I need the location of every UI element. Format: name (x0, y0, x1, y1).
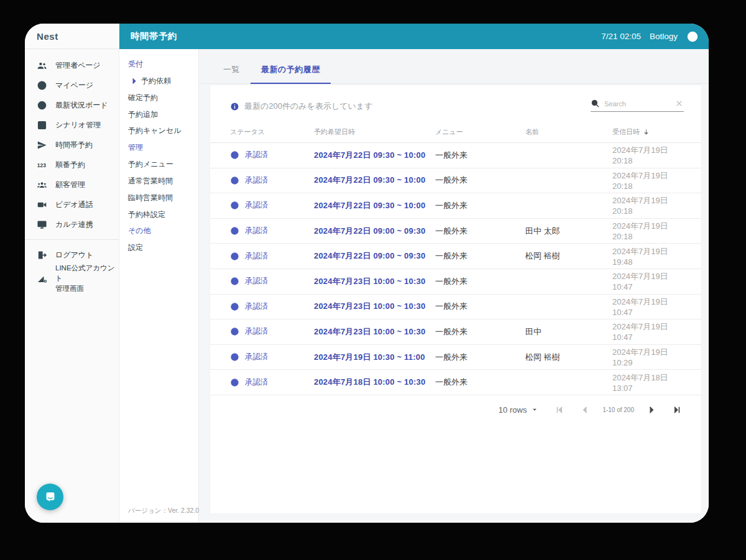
submenu-item-label: 予約枠設定 (128, 209, 165, 220)
table-row[interactable]: 承認済2024年7月22日 09:30 ~ 10:00一般外来2024年7月19… (210, 193, 701, 219)
table-row[interactable]: 承認済2024年7月18日 10:00 ~ 10:30一般外来2024年7月18… (210, 370, 701, 395)
limit-notice-text: 最新の200件のみを表示しています (244, 101, 372, 112)
submenu-item[interactable]: 予約枠設定 (128, 209, 195, 220)
search-icon (591, 99, 600, 108)
check-circle-icon (230, 352, 239, 362)
page-title: 時間帯予約 (131, 30, 177, 42)
sidebar-item-label: 最新状況ボード (55, 100, 108, 111)
rows-per-page-select[interactable]: 10 rows (499, 405, 540, 415)
submenu-item[interactable]: 臨時営業時間 (128, 193, 195, 203)
topbar-username[interactable]: Botlogy (650, 32, 678, 41)
table-row[interactable]: 承認済2024年7月23日 10:00 ~ 10:30一般外来2024年7月19… (210, 269, 701, 295)
submenu-item[interactable]: 予約追加 (128, 109, 195, 120)
app-window: Nest 時間帯予約 7/21 02:05 Botlogy 管理者ページマイペー… (25, 24, 709, 523)
search-input[interactable] (604, 100, 670, 108)
sidebar-item-label: 管理者ページ (55, 60, 101, 71)
check-circle-icon (230, 327, 239, 336)
search-box (591, 99, 684, 112)
column-header[interactable]: 名前 (525, 127, 612, 137)
column-header-label: 予約希望日時 (314, 127, 355, 137)
sidebar-item-status-board[interactable]: 最新状況ボード (25, 95, 119, 115)
status-badge: 承認済 (230, 150, 314, 160)
chart-icon (37, 273, 47, 284)
table-row[interactable]: 承認済2024年7月22日 09:00 ~ 09:30一般外来田中 太郎2024… (210, 219, 701, 244)
app-logo: Nest (25, 24, 119, 49)
column-header-label: 名前 (525, 127, 539, 137)
submenu-item[interactable]: 確定予約 (128, 93, 195, 103)
limit-notice: 最新の200件のみを表示しています (230, 101, 372, 112)
reservation-datetime: 2024年7月23日 10:00 ~ 10:30 (314, 276, 435, 287)
sidebar-item-line-admin[interactable]: LINE公式アカウント管理画面 (25, 265, 119, 292)
submenu-item-label: 臨時営業時間 (128, 193, 173, 203)
reservation-datetime: 2024年7月19日 10:30 ~ 11:00 (314, 352, 435, 363)
received-datetime: 2024年7月19日 10:29 (612, 347, 689, 367)
submenu-item-label: 設定 (128, 242, 143, 253)
version-label: バージョン：Ver. 2.32.0 (128, 507, 195, 515)
tab-latest-history[interactable]: 最新の予約履歴 (251, 59, 331, 84)
submenu-group-title: 受付 (128, 59, 195, 70)
table-row[interactable]: 承認済2024年7月22日 09:30 ~ 10:00一般外来2024年7月19… (210, 168, 701, 194)
table-row[interactable]: 承認済2024年7月22日 09:30 ~ 10:00一般外来2024年7月19… (210, 143, 701, 168)
submenu-group-title: その他 (128, 226, 195, 236)
status-label: 承認済 (245, 352, 269, 362)
sidebar-item-label: カルテ連携 (55, 219, 93, 230)
sidebar-item-time-slot[interactable]: 時間帯予約 (25, 135, 119, 155)
received-datetime: 2024年7月19日 10:47 (612, 296, 689, 317)
numbers-icon: 123 (37, 160, 47, 170)
sidebar-item-logout[interactable]: ログアウト (25, 245, 119, 265)
check-circle-icon (230, 226, 239, 236)
video-icon (37, 200, 47, 210)
chat-launcher-button[interactable] (37, 484, 63, 510)
sidebar-item-customers[interactable]: 顧客管理 (25, 175, 119, 195)
sidebar-item-label: ログアウト (55, 250, 93, 260)
sidebar-item-label: 順番予約 (55, 160, 85, 170)
column-header[interactable]: メニュー (435, 127, 525, 137)
submenu-item[interactable]: 通常営業時間 (128, 176, 195, 186)
history-card: 最新の200件のみを表示しています ステ (210, 85, 701, 513)
sidebar-item-karte[interactable]: カルテ連携 (25, 214, 119, 234)
status-label: 承認済 (245, 226, 269, 236)
received-datetime: 2024年7月19日 20:18 (612, 221, 689, 241)
submenu-item-label: 予約キャンセル (128, 126, 181, 136)
reservation-datetime: 2024年7月23日 10:00 ~ 10:30 (314, 301, 435, 312)
clock-icon (37, 100, 47, 111)
sidebar-item-queue[interactable]: 123順番予約 (25, 155, 119, 175)
column-header[interactable]: ステータス (230, 127, 314, 137)
table-header: ステータス予約希望日時メニュー名前受信日時 (210, 122, 701, 143)
sidebar-item-label: 時間帯予約 (55, 140, 93, 150)
prev-page-icon[interactable] (579, 404, 591, 416)
table-row[interactable]: 承認済2024年7月19日 10:30 ~ 11:00一般外来松岡 裕樹2024… (210, 345, 701, 370)
main-content: 一覧 最新の予約履歴 最新の200件のみを表示しています (199, 49, 709, 523)
admin-users-icon (37, 60, 47, 71)
sidebar-item-scenario[interactable]: シナリオ管理 (25, 115, 119, 135)
submenu-item[interactable]: 予約依頼 (128, 76, 195, 86)
table-row[interactable]: 承認済2024年7月23日 10:00 ~ 10:30一般外来2024年7月19… (210, 295, 701, 320)
reservation-datetime: 2024年7月22日 09:00 ~ 09:30 (314, 250, 435, 262)
last-page-icon[interactable] (671, 404, 683, 416)
submenu-item[interactable]: 設定 (128, 242, 195, 253)
logout-icon (37, 250, 47, 260)
menu-name: 一般外来 (435, 377, 525, 388)
list-icon (37, 120, 47, 131)
first-page-icon[interactable] (554, 404, 566, 416)
column-header[interactable]: 受信日時 (612, 127, 689, 137)
submenu-item[interactable]: 予約メニュー (128, 159, 195, 170)
table-row[interactable]: 承認済2024年7月23日 10:00 ~ 10:30一般外来田中2024年7月… (210, 319, 701, 345)
primary-sidebar: 管理者ページマイページ最新状況ボードシナリオ管理時間帯予約123順番予約顧客管理… (25, 49, 119, 523)
status-label: 承認済 (245, 251, 269, 262)
sidebar-item-admin-page[interactable]: 管理者ページ (25, 55, 119, 75)
sidebar-item-video-call[interactable]: ビデオ通話 (25, 195, 119, 214)
reservation-datetime: 2024年7月22日 09:30 ~ 10:00 (314, 150, 435, 161)
status-label: 承認済 (245, 301, 269, 312)
next-page-icon[interactable] (645, 404, 657, 416)
clear-search-icon[interactable] (675, 99, 684, 108)
sidebar-item-my-page[interactable]: マイページ (25, 75, 119, 95)
help-icon[interactable] (686, 30, 699, 43)
submenu-item[interactable]: 予約キャンセル (128, 126, 195, 136)
status-badge: 承認済 (230, 352, 314, 362)
column-header[interactable]: 予約希望日時 (314, 127, 435, 137)
check-circle-icon (230, 201, 239, 210)
table-row[interactable]: 承認済2024年7月22日 09:00 ~ 09:30一般外来松岡 裕樹2024… (210, 244, 701, 269)
tab-list[interactable]: 一覧 (213, 59, 251, 84)
submenu-group-title: 管理 (128, 142, 195, 153)
